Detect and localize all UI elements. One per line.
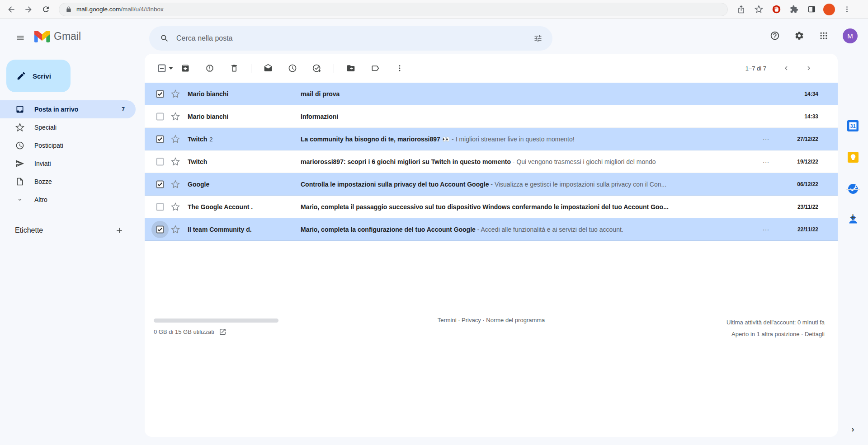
sidebar-item-speciali[interactable]: Speciali [0,118,136,136]
email-row[interactable]: GoogleControlla le impostazioni sulla pr… [145,173,838,196]
email-checkbox[interactable] [156,202,165,211]
email-snippet: - I migliori streamer live in questo mom… [450,136,574,143]
keep-app-button[interactable] [844,148,862,166]
search-options-button[interactable] [528,28,548,48]
more-actions-button[interactable] [391,59,409,77]
checkbox-icon [156,225,164,234]
email-checkbox[interactable] [156,112,165,121]
browser-menu-button[interactable] [840,3,854,16]
more-vertical-icon [396,64,404,72]
newer-page-button[interactable] [778,60,794,76]
star-toggle[interactable] [171,135,180,144]
share-button[interactable] [734,3,748,16]
email-date: 19/12/22 [778,159,818,165]
email-row[interactable]: Mario bianchiInformazioni14:33 [145,105,838,128]
inbox-icon [15,105,25,114]
star-toggle[interactable] [171,225,180,234]
email-row[interactable]: Twitchmariorossi897: scopri i 6 giochi m… [145,150,838,173]
mail-panel: 1–7 di 7 Mario bianchimail di prova14:34… [145,54,838,437]
adblock-hand-icon [772,5,781,14]
lock-icon [66,6,72,13]
email-checkbox[interactable] [156,225,165,234]
sidebar-item-label: Posticipati [34,142,136,149]
move-to-button[interactable] [342,59,360,77]
google-apps-button[interactable] [815,27,833,45]
bookmark-button[interactable] [752,3,765,16]
email-row[interactable]: Mario bianchimail di prova14:34 [145,83,838,105]
address-bar[interactable]: mail.google.com/mail/u/4/#inbox [59,3,728,16]
older-page-button[interactable] [801,60,817,76]
hide-side-panel-button[interactable]: › [844,420,862,438]
calendar-app-button[interactable]: 31 [844,117,862,135]
email-checkbox[interactable] [156,89,165,98]
activity-line1: Ultima attività dell'account: 0 minuti f… [726,317,825,328]
toolbar-divider [251,64,251,73]
browser-reload-button[interactable] [38,2,53,17]
report-spam-button[interactable] [201,59,219,77]
email-date: 27/12/22 [778,136,818,142]
star-toggle[interactable] [171,180,180,189]
star-icon [171,202,180,211]
sidebar-item-posticipati[interactable]: Posticipati [0,136,136,155]
star-toggle[interactable] [171,89,180,98]
activity-line2[interactable]: Aperto in 1 altra posizione · Dettagli [726,328,825,340]
browser-profile-button[interactable] [822,3,836,16]
help-button[interactable] [766,27,784,45]
email-checkbox[interactable] [156,157,165,166]
email-sender: Mario bianchi [188,113,298,120]
toolbar-divider [334,64,334,73]
delete-button[interactable] [225,59,243,77]
labels-button[interactable] [366,59,384,77]
email-row[interactable]: Il team Community d.Mario, completa la c… [145,218,838,241]
chevron-down-icon [15,197,25,203]
browser-back-button[interactable] [4,2,19,17]
email-row[interactable]: Twitch2La community ha bisogno di te, ma… [145,128,838,150]
star-toggle[interactable] [171,112,180,121]
settings-button[interactable] [790,27,808,45]
extensions-button[interactable] [787,3,801,16]
get-addons-button[interactable]: + [844,208,862,226]
email-checkbox[interactable] [156,135,165,144]
adblock-extension-button[interactable] [769,3,783,16]
open-in-new-icon[interactable] [219,328,226,336]
account-activity: Ultima attività dell'account: 0 minuti f… [726,317,825,340]
sidebar-item-altro[interactable]: Altro [0,191,136,209]
gmail-logo[interactable]: Gmail [34,30,81,42]
search-button[interactable] [155,28,175,48]
side-panel-icon [807,5,816,14]
add-to-tasks-button[interactable] [308,59,326,77]
star-toggle[interactable] [171,202,180,211]
side-panel-button[interactable] [805,3,818,16]
create-label-button[interactable] [110,221,128,239]
snippet-ellipsis: ... [763,157,769,164]
email-sender: The Google Account . [188,203,298,211]
snooze-button[interactable] [283,59,302,77]
star-icon [171,112,180,121]
email-sender: Mario bianchi [188,90,298,98]
tasks-app-button[interactable] [844,180,862,198]
archive-button[interactable] [176,59,194,77]
compose-button[interactable]: Scrivi [6,60,71,92]
email-row[interactable]: The Google Account .Mario, completa il p… [145,196,838,218]
sidebar-item-bozze[interactable]: Bozze [0,173,136,191]
side-panel: 31 + › [838,54,868,445]
mark-read-button[interactable] [259,59,277,77]
main-menu-button[interactable] [9,27,31,49]
email-subject-snippet: Mario, completa la configurazione del tu… [301,226,759,233]
draft-icon [15,177,25,186]
sidebar-item-posta-in-arrivo[interactable]: Posta in arrivo7 [0,100,136,118]
email-subject: Controlla le impostazioni sulla privacy … [301,181,489,188]
sidebar-item-inviati[interactable]: Inviati [0,155,136,173]
report-spam-icon [205,64,214,73]
unread-count-badge: 7 [122,106,125,112]
send-icon [15,159,25,168]
select-all-control[interactable] [158,64,173,72]
search-input[interactable] [176,34,528,42]
plus-icon: + [849,210,856,224]
browser-forward-button[interactable] [21,2,36,17]
gmail-header: Gmail M [0,19,868,54]
search-bar[interactable] [149,26,552,51]
account-avatar[interactable]: M [843,28,858,43]
star-toggle[interactable] [171,157,180,166]
email-checkbox[interactable] [156,180,165,189]
